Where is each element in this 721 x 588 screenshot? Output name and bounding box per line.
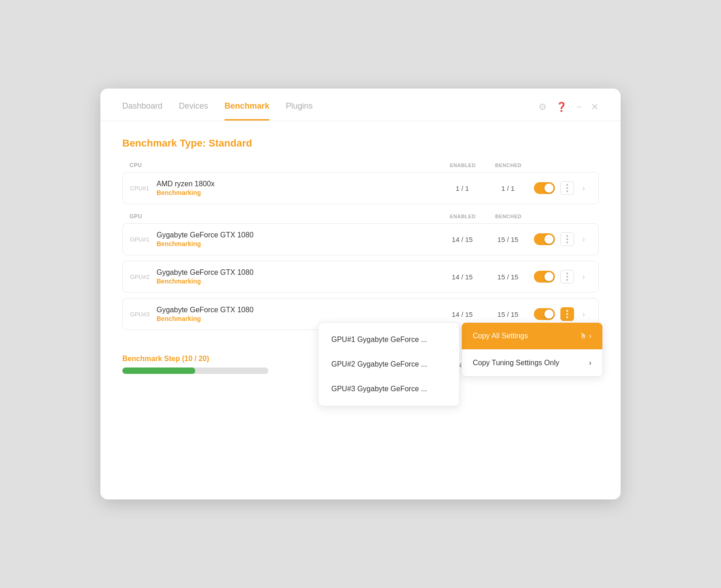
dot — [566, 242, 568, 243]
device-toggle[interactable] — [531, 182, 558, 194]
device-status: Benchmarking — [157, 315, 439, 322]
device-name: AMD ryzen 1800x — [157, 180, 439, 188]
progress-bar — [122, 368, 268, 374]
expand-arrow-icon[interactable]: › — [576, 310, 591, 319]
device-benched: 15 / 15 — [485, 310, 531, 318]
app-window: Dashboard Devices Benchmark Plugins ⚙ ❓ … — [100, 89, 621, 499]
nav-bar: Dashboard Devices Benchmark Plugins ⚙ ❓ … — [100, 89, 621, 121]
device-info: AMD ryzen 1800x Benchmarking — [157, 180, 439, 196]
submenu-item-gpu2[interactable]: GPU#2 Gygabyte GeForce ... — [319, 352, 459, 377]
cursor-icon: 🖱 › — [580, 332, 591, 340]
three-dots-icon[interactable] — [560, 270, 574, 284]
dot — [566, 184, 568, 186]
submenu-item-gpu1[interactable]: GPU#1 Gygabyte GeForce ... — [319, 327, 459, 352]
main-content: Benchmark Type: Standard CPU ENABLED BEN… — [100, 121, 621, 330]
device-toggle[interactable] — [531, 271, 558, 283]
cpu-label: CPU — [130, 162, 440, 168]
device-benched: 1 / 1 — [485, 184, 531, 192]
device-status: Benchmarking — [157, 240, 439, 247]
dot — [566, 235, 568, 237]
help-icon[interactable]: ❓ — [556, 101, 567, 112]
device-toggle[interactable] — [531, 308, 558, 320]
toggle-switch[interactable] — [534, 233, 555, 245]
cpu-col-enabled: ENABLED — [440, 163, 486, 168]
device-status: Benchmarking — [157, 189, 439, 196]
device-menu-button[interactable] — [558, 270, 576, 284]
device-name: Gygabyte GeForce GTX 1080 — [157, 268, 439, 277]
copy-all-settings-label: Copy All Settings — [473, 332, 528, 340]
context-menu-overlay: GPU#1 Gygabyte GeForce ... GPU#2 Gygabyt… — [318, 322, 603, 406]
device-enabled: 14 / 15 — [439, 273, 485, 281]
dot — [566, 316, 568, 318]
gpu-col-benched: BENCHED — [486, 214, 531, 219]
toggle-switch[interactable] — [534, 271, 555, 283]
device-name: Gygabyte GeForce GTX 1080 — [157, 306, 439, 314]
table-row: GPU#2 Gygabyte GeForce GTX 1080 Benchmar… — [122, 261, 599, 293]
minimize-icon[interactable]: − — [576, 102, 582, 112]
device-status: Benchmarking — [157, 278, 439, 285]
tab-benchmark[interactable]: Benchmark — [225, 101, 269, 121]
benchmark-type-value: Standard — [209, 137, 252, 149]
gpu-col-enabled: ENABLED — [440, 214, 486, 219]
device-name: Gygabyte GeForce GTX 1080 — [157, 231, 439, 239]
table-row: GPU#1 Gygabyte GeForce GTX 1080 Benchmar… — [122, 223, 599, 255]
close-icon[interactable]: ✕ — [591, 101, 599, 112]
gpu-label: GPU — [130, 213, 440, 220]
progress-bar-fill — [122, 368, 195, 374]
gpu-section-header: GPU ENABLED BENCHED — [122, 213, 599, 220]
benchmark-type: Benchmark Type: Standard — [122, 137, 599, 149]
nav-actions: ⚙ ❓ − ✕ — [538, 101, 599, 121]
cpu-col-benched: BENCHED — [486, 163, 531, 168]
device-id: GPU#1 — [130, 236, 157, 243]
three-dots-icon[interactable] — [560, 307, 574, 321]
device-info: Gygabyte GeForce GTX 1080 Benchmarking — [157, 231, 439, 247]
cpu-section: CPU ENABLED BENCHED CPU#1 AMD ryzen 1800… — [122, 162, 599, 204]
dot — [566, 238, 568, 240]
tab-devices[interactable]: Devices — [179, 101, 208, 121]
dot — [566, 276, 568, 278]
copy-menu: Copy All Settings 🖱 › Copy Tuning Settin… — [461, 322, 603, 377]
benchmark-type-label: Benchmark Type: — [122, 137, 206, 149]
gear-icon[interactable]: ⚙ — [538, 101, 547, 112]
copy-tuning-settings-button[interactable]: Copy Tuning Settings Only › — [462, 350, 602, 376]
dot — [566, 313, 568, 315]
toggle-switch[interactable] — [534, 308, 555, 320]
device-enabled: 14 / 15 — [439, 310, 485, 318]
expand-arrow-icon[interactable]: › — [576, 272, 591, 282]
device-id: GPU#2 — [130, 273, 157, 280]
device-toggle[interactable] — [531, 233, 558, 245]
device-id: GPU#3 — [130, 311, 157, 318]
dot — [566, 310, 568, 312]
copy-all-settings-button[interactable]: Copy All Settings 🖱 › — [462, 323, 602, 349]
toggle-switch[interactable] — [534, 182, 555, 194]
dot — [566, 279, 568, 281]
device-enabled: 14 / 15 — [439, 236, 485, 243]
tab-dashboard[interactable]: Dashboard — [122, 101, 162, 121]
gpu-section: GPU ENABLED BENCHED GPU#1 Gygabyte GeFor… — [122, 213, 599, 330]
device-enabled: 1 / 1 — [439, 184, 485, 192]
dot — [566, 190, 568, 192]
device-benched: 15 / 15 — [485, 273, 531, 281]
device-menu-button[interactable] — [558, 232, 576, 246]
device-id: CPU#1 — [130, 185, 157, 192]
cpu-section-header: CPU ENABLED BENCHED — [122, 162, 599, 168]
three-dots-icon[interactable] — [560, 232, 574, 246]
device-menu-button[interactable] — [558, 307, 576, 321]
table-row: CPU#1 AMD ryzen 1800x Benchmarking 1 / 1… — [122, 172, 599, 204]
expand-arrow-icon[interactable]: › — [576, 235, 591, 244]
device-info: Gygabyte GeForce GTX 1080 Benchmarking — [157, 306, 439, 322]
table-row: GPU#3 Gygabyte GeForce GTX 1080 Benchmar… — [122, 298, 599, 330]
tab-plugins[interactable]: Plugins — [286, 101, 313, 121]
dot — [566, 273, 568, 274]
three-dots-icon[interactable] — [560, 181, 574, 195]
submenu-list: GPU#1 Gygabyte GeForce ... GPU#2 Gygabyt… — [318, 322, 460, 406]
copy-tuning-settings-label: Copy Tuning Settings Only — [473, 359, 559, 367]
nav-tabs: Dashboard Devices Benchmark Plugins — [122, 101, 538, 121]
device-info: Gygabyte GeForce GTX 1080 Benchmarking — [157, 268, 439, 285]
expand-arrow-icon[interactable]: › — [576, 184, 591, 193]
dot — [566, 187, 568, 189]
chevron-right-icon: › — [589, 359, 591, 367]
device-menu-button[interactable] — [558, 181, 576, 195]
device-benched: 15 / 15 — [485, 236, 531, 243]
submenu-item-gpu3[interactable]: GPU#3 Gygabyte GeForce ... — [319, 377, 459, 401]
